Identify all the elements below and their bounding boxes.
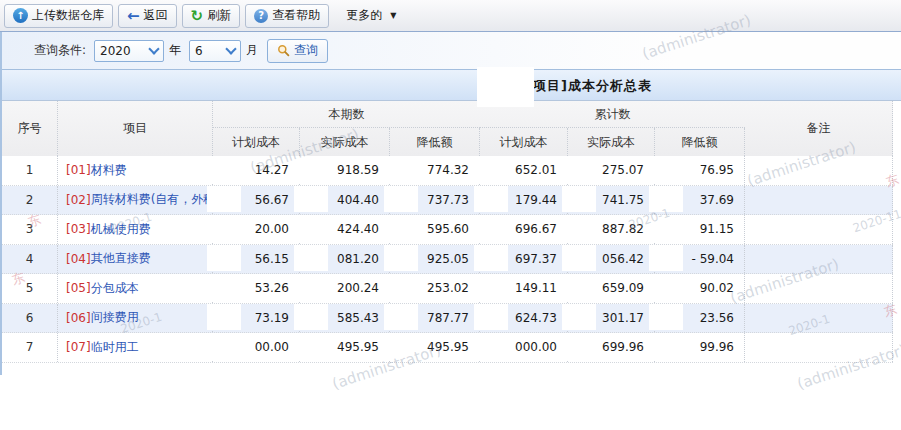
item-code: [04] [66,252,91,266]
more-button[interactable]: 更多的 ▼ [338,5,404,27]
toolbar: ↑ 上传数据仓库 ← 返回 ↻ 刷新 ? 查看帮助 更多的 ▼ [0,0,901,32]
cell-current-planned: 14.27 [213,156,300,185]
refresh-icon: ↻ [191,9,204,23]
cell-value: - 59.04 [692,252,735,266]
cell-cumulative-actual: 275.07 [568,156,655,185]
back-label: 返回 [144,7,168,24]
redaction-box [294,215,328,242]
year-select[interactable]: 2020 [94,40,164,62]
item-link[interactable]: 周转材料费(自有，外租) [91,191,213,208]
remark-cell [745,245,893,274]
redaction-box [562,156,596,183]
redaction-box [649,274,683,301]
item-link[interactable]: 临时用工 [91,339,139,356]
item-link[interactable]: 分包成本 [91,280,139,297]
item-cell: [07]临时用工 [58,333,213,362]
redaction-box [207,186,241,213]
row-seq: 3 [2,215,58,244]
cell-value: 585.43 [337,311,379,325]
more-label: 更多的 [346,7,382,24]
cell-cumulative-actual: 659.09 [568,274,655,303]
cell-current-reduction: 737.73 [390,186,480,215]
redaction-box [649,304,683,331]
header-current-planned: 计划成本 [213,128,300,156]
redaction-box [474,215,508,242]
help-icon: ? [254,9,268,23]
row-seq: 4 [2,245,58,274]
remark-cell [745,274,893,303]
cell-value: 595.60 [427,222,469,236]
cell-value: 424.40 [337,222,379,236]
cell-value: 149.11 [515,281,557,295]
redaction-box [207,215,241,242]
item-link[interactable]: 材料费 [91,162,127,179]
header-group-cumulative: 累计数 计划成本 实际成本 降低额 [480,101,745,156]
chevron-down-icon: ▼ [390,11,396,20]
cost-analysis-table: 序号 项目 本期数 计划成本 实际成本 降低额 累计数 计划成本 实际成本 降低… [2,101,893,363]
header-seq: 序号 [2,101,58,156]
back-button[interactable]: ← 返回 [118,4,177,28]
panel-left-border [0,32,2,375]
header-group-current: 本期数 计划成本 实际成本 降低额 [213,101,480,156]
row-seq: 2 [2,186,58,215]
item-link[interactable]: 其他直接费 [91,250,151,267]
header-current-actual: 实际成本 [300,128,390,156]
cell-value: 76.95 [700,163,734,177]
item-link[interactable]: 机械使用费 [91,221,151,238]
cell-current-actual: 918.59 [300,156,390,185]
cell-current-actual: 200.24 [300,274,390,303]
refresh-button[interactable]: ↻ 刷新 [182,4,241,28]
redaction-box [207,245,241,272]
cell-current-reduction: 495.95 [390,333,480,362]
report-title: 项目]成本分析总表 [533,77,652,95]
redaction-box [474,274,508,301]
header-remark: 备注 [745,101,893,156]
redaction-box [562,215,596,242]
redaction-box [384,186,418,213]
upload-icon: ↑ [13,8,28,23]
cell-value: 301.17 [602,311,644,325]
search-button[interactable]: 查询 [267,39,328,63]
cell-current-planned: 56.15 [213,245,300,274]
table-header: 序号 项目 本期数 计划成本 实际成本 降低额 累计数 计划成本 实际成本 降低… [2,101,893,156]
cell-value: 624.73 [515,311,557,325]
redaction-box [384,333,418,360]
cell-value: 00.00 [255,340,289,354]
row-seq: 7 [2,333,58,362]
remark-cell [745,215,893,244]
table-row: 5[05]分包成本53.26200.24253.02149.11659.0990… [2,274,893,304]
cell-current-planned: 00.00 [213,333,300,362]
redaction-box [294,304,328,331]
redaction-box [294,333,328,360]
help-button[interactable]: ? 查看帮助 [245,4,329,28]
cell-value: 20.00 [255,222,289,236]
query-bar: 查询条件: 2020 年 6 月 查询 [0,32,901,69]
cell-cumulative-actual: 699.96 [568,333,655,362]
redaction-box [562,304,596,331]
cell-value: 73.19 [255,311,289,325]
item-link[interactable]: 间接费用 [91,309,139,326]
redaction-box [384,274,418,301]
cell-value: 495.95 [427,340,469,354]
cell-cumulative-planned: 000.00 [480,333,568,362]
month-select[interactable]: 6 [189,40,241,62]
upload-warehouse-button[interactable]: ↑ 上传数据仓库 [4,4,113,28]
cell-cumulative-reduction: 37.69 [655,186,745,215]
redaction-box [649,156,683,183]
cell-cumulative-planned: 652.01 [480,156,568,185]
cell-value: 774.32 [427,163,469,177]
table-row: 6[06]间接费用73.19585.43787.77624.73301.1723… [2,304,893,334]
cell-current-reduction: 787.77 [390,304,480,333]
cell-value: 275.07 [602,163,644,177]
cell-value: 253.02 [427,281,469,295]
header-item: 项目 [58,101,213,156]
cell-value: 925.05 [427,252,469,266]
cell-cumulative-actual: 887.82 [568,215,655,244]
cell-value: 14.27 [255,163,289,177]
cell-cumulative-actual: 056.42 [568,245,655,274]
cell-value: 90.02 [700,281,734,295]
row-seq: 5 [2,274,58,303]
cell-current-planned: 20.00 [213,215,300,244]
remark-cell [745,304,893,333]
item-cell: [05]分包成本 [58,274,213,303]
